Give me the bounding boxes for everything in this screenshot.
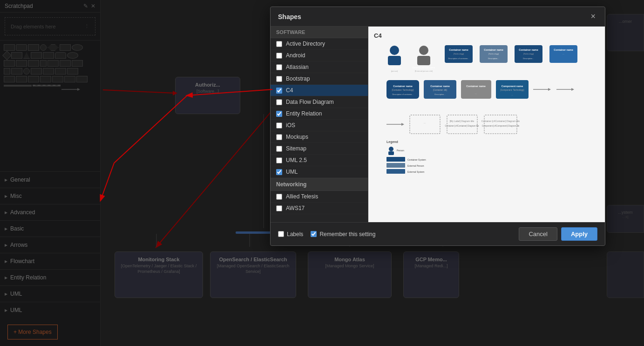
label-uml25: UML 2.5	[286, 157, 307, 163]
category-item-uml[interactable]: UML	[271, 166, 368, 178]
categories-panel: Software Active Directory Android Atlass…	[271, 27, 368, 222]
shapes-modal: Shapes × Software Active Directory Andro…	[270, 7, 605, 246]
svg-rect-60	[484, 115, 517, 134]
label-ios: iOS	[286, 122, 295, 129]
category-item-active-directory[interactable]: Active Directory	[271, 38, 368, 50]
preview-label: C4	[374, 32, 599, 39]
svg-rect-65	[388, 151, 394, 155]
label-active-directory: Active Directory	[286, 41, 325, 47]
category-item-aws17[interactable]: AWS17	[271, 203, 368, 214]
checkbox-bootstrap[interactable]	[276, 76, 282, 82]
svg-text:[Container: db]: [Container: db]	[433, 89, 447, 91]
svg-text:Description...: Description...	[523, 57, 534, 60]
svg-text:[Component: Technology]: [Component: Technology]	[501, 89, 524, 91]
labels-label: Labels	[287, 231, 303, 237]
category-item-uml25[interactable]: UML 2.5	[271, 155, 368, 166]
checkbox-atlassian[interactable]	[276, 64, 282, 70]
checkbox-allied[interactable]	[276, 194, 282, 200]
checkbox-aws17[interactable]	[276, 205, 282, 211]
modal-close-button[interactable]: ×	[589, 12, 597, 21]
svg-text:Container name: Container name	[449, 48, 468, 51]
svg-text:[External person role]: [External person role]	[415, 70, 433, 72]
checkbox-uml25[interactable]	[276, 157, 282, 163]
category-item-entity-relation[interactable]: Entity Relation	[271, 108, 368, 120]
svg-rect-67	[386, 157, 405, 162]
svg-rect-71	[386, 169, 405, 174]
category-item-atlassian[interactable]: Atlassian	[271, 61, 368, 73]
category-item-mockups[interactable]: Mockups	[271, 131, 368, 143]
svg-text:Person: Person	[397, 149, 404, 152]
svg-text:Description of container...: Description of container...	[448, 57, 469, 60]
svg-rect-16	[417, 56, 430, 65]
svg-text:Container name: Container name	[466, 85, 486, 88]
svg-text:Container name: Container name	[393, 85, 413, 88]
labels-checkbox-group: Labels	[278, 231, 303, 237]
label-atlassian: Atlassian	[286, 64, 309, 70]
label-aws17: AWS17	[286, 205, 305, 211]
svg-text:Container name: Container name	[484, 48, 503, 51]
svg-point-11	[390, 46, 399, 55]
apply-button[interactable]: Apply	[561, 227, 597, 241]
svg-rect-55	[410, 115, 440, 134]
svg-text:Container name: Container name	[519, 48, 538, 51]
footer-buttons: Cancel Apply	[519, 227, 597, 241]
checkbox-android[interactable]	[276, 53, 282, 59]
svg-text:Description...: Description...	[434, 93, 445, 95]
svg-text:...: ...	[424, 121, 426, 124]
label-bootstrap: Bootstrap	[286, 75, 310, 82]
svg-text:...: ...	[475, 92, 476, 95]
svg-text:Container [c4Container] Diagra: Container [c4Container] Diagram title	[481, 120, 520, 122]
svg-text:External Person: External Person	[407, 164, 424, 167]
preview-image-area: Person name [person] External person nam…	[374, 43, 599, 217]
svg-text:External person name: External person name	[413, 66, 435, 69]
remember-checkbox[interactable]	[311, 231, 317, 237]
c4-preview-svg: Person name [person] External person nam…	[384, 43, 589, 187]
category-item-android[interactable]: Android	[271, 50, 368, 61]
svg-rect-42	[461, 80, 491, 99]
labels-checkbox[interactable]	[278, 231, 284, 237]
modal-title: Shapes	[278, 13, 301, 20]
label-uml: UML	[286, 169, 298, 175]
svg-text:Legend: Legend	[386, 140, 398, 144]
svg-marker-54	[401, 123, 404, 126]
checkbox-data-flow[interactable]	[276, 99, 282, 105]
svg-text:[My Label] Diagram title: [My Label] Diagram title	[450, 120, 475, 122]
remember-checkbox-group: Remember this setting	[311, 231, 375, 237]
svg-marker-52	[571, 88, 574, 91]
remember-label: Remember this setting	[319, 231, 375, 237]
label-mockups: Mockups	[286, 134, 308, 140]
svg-marker-50	[548, 88, 551, 91]
svg-text:[Container: Technology]: [Container: Technology]	[392, 89, 414, 91]
software-group-header: Software	[271, 27, 368, 38]
checkbox-uml[interactable]	[276, 169, 282, 175]
svg-point-15	[419, 46, 428, 55]
checkbox-active-directory[interactable]	[276, 41, 282, 47]
category-item-bootstrap[interactable]: Bootstrap	[271, 73, 368, 85]
category-item-c4[interactable]: C4	[271, 85, 368, 96]
checkbox-ios[interactable]	[276, 122, 282, 129]
category-item-allied[interactable]: Allied Telesis	[271, 191, 368, 203]
category-item-data-flow[interactable]: Data Flow Diagram	[271, 96, 368, 108]
checkbox-sitemap[interactable]	[276, 146, 282, 152]
svg-rect-57	[447, 115, 477, 134]
svg-rect-69	[386, 163, 405, 168]
svg-text:[Technology]: [Technology]	[454, 53, 464, 55]
svg-text:Description...: Description...	[488, 57, 499, 60]
label-c4: C4	[286, 87, 293, 94]
footer-left: Labels Remember this setting	[278, 231, 375, 237]
svg-text:Description of container...: Description of container...	[392, 93, 413, 95]
svg-text:...: ...	[563, 53, 564, 55]
svg-text:External System: External System	[407, 170, 424, 173]
label-allied: Allied Telesis	[286, 193, 318, 200]
checkbox-entity-relation[interactable]	[276, 111, 282, 117]
category-item-sitemap[interactable]: Sitemap	[271, 143, 368, 155]
preview-panel: C4 Person name [person] External person …	[368, 27, 605, 222]
label-sitemap: Sitemap	[286, 145, 306, 152]
svg-text:[Technology]: [Technology]	[488, 53, 499, 55]
cancel-button[interactable]: Cancel	[519, 227, 557, 241]
checkbox-c4[interactable]	[276, 88, 282, 94]
checkbox-mockups[interactable]	[276, 134, 282, 140]
modal-footer: Labels Remember this setting Cancel Appl…	[271, 222, 605, 245]
svg-text:...: ...	[511, 94, 513, 96]
category-item-ios[interactable]: iOS	[271, 120, 368, 131]
